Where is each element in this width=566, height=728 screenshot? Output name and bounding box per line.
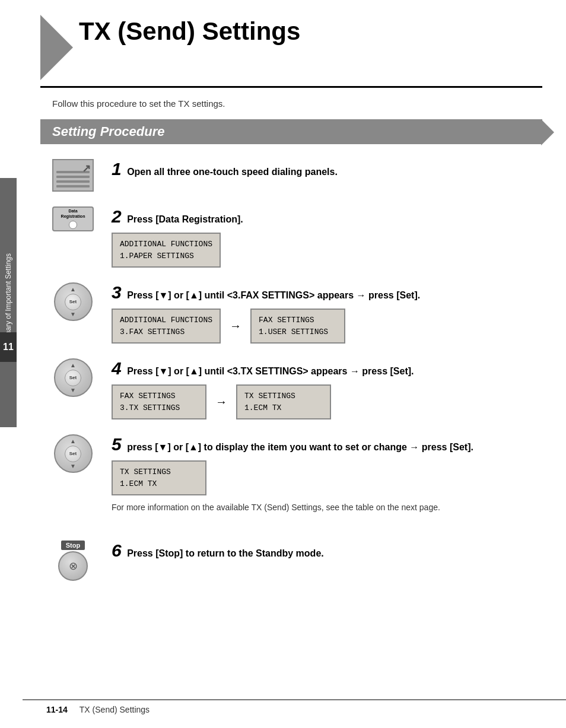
step-4: Set 4 Press [▼] or [▲] until <3.TX SETTI… xyxy=(46,358,542,419)
step-3-instruction: Press [▼] or [▲] until <3.FAX SETTINGS> … xyxy=(127,290,420,300)
step-6-number: 6 xyxy=(112,541,122,560)
step-3-lcd2: FAX SETTINGS 1.USER SETTINGS xyxy=(250,309,345,344)
step-3-icon: Set xyxy=(46,282,100,321)
step-2-icon: DataRegistration xyxy=(46,206,100,231)
step-4-lcd2: TX SETTINGS 1.ECM TX xyxy=(236,384,331,419)
lcd-arrow-4: → xyxy=(215,395,227,409)
step-5-lcd: TX SETTINGS 1.ECM TX xyxy=(112,460,206,495)
step-2-number: 2 xyxy=(112,206,122,226)
step-2: DataRegistration 2 Press [Data Registrat… xyxy=(46,206,542,268)
step-2-lcd-line2: 1.PAPER SETTINGS xyxy=(120,252,194,260)
step-2-lcd-row: ADDITIONAL FUNCTIONS 1.PAPER SETTINGS xyxy=(112,233,542,268)
stop-label: Stop xyxy=(61,541,85,550)
data-registration-button-icon: DataRegistration xyxy=(52,206,94,231)
step-3: Set 3 Press [▼] or [▲] until <3.FAX SETT… xyxy=(46,282,542,344)
step-3-content: 3 Press [▼] or [▲] until <3.FAX SETTINGS… xyxy=(112,282,542,344)
step-4-content: 4 Press [▼] or [▲] until <3.TX SETTINGS>… xyxy=(112,358,542,419)
step-1-instruction: Open all three one-touch speed dialing p… xyxy=(127,167,338,177)
step-4-lcd2-line2: 1.ECM TX xyxy=(244,403,281,412)
footer-page-number: 11-14 xyxy=(46,705,68,714)
step-4-number: 4 xyxy=(112,358,122,378)
step-4-lcd1-line1: FAX SETTINGS xyxy=(120,392,176,400)
side-tab: Summary of Important Settings xyxy=(0,178,17,427)
title-divider xyxy=(40,86,542,88)
chapter-tab: 11 xyxy=(0,332,17,362)
step-5-lcd-line1: TX SETTINGS xyxy=(120,468,171,476)
step-4-lcd1-line2: 3.TX SETTINGS xyxy=(120,403,180,412)
nav-button-icon-5: Set xyxy=(54,434,93,473)
step-2-content: 2 Press [Data Registration]. ADDITIONAL … xyxy=(112,206,542,268)
step-6: Stop ⊗ 6 Press [Stop] to return to the S… xyxy=(46,541,542,582)
main-content: TX (Send) Settings Follow this procedure… xyxy=(23,0,566,615)
step-1-content: 1 Open all three one-touch speed dialing… xyxy=(112,159,542,179)
step-1-icon: ↗ xyxy=(46,159,100,192)
chapter-number: 11 xyxy=(3,342,14,352)
step-4-icon: Set xyxy=(46,358,100,397)
footer-page-title: TX (Send) Settings xyxy=(80,705,150,714)
keyboard-panels-icon: ↗ xyxy=(52,159,94,192)
stop-x-icon: ⊗ xyxy=(69,559,78,573)
page-title: TX (Send) Settings xyxy=(79,12,300,45)
step-1: ↗ 1 Open all three one-touch speed diali… xyxy=(46,159,542,192)
step-6-content: 6 Press [Stop] to return to the Standby … xyxy=(112,541,542,561)
step-6-icon: Stop ⊗ xyxy=(46,541,100,582)
step-2-lcd: ADDITIONAL FUNCTIONS 1.PAPER SETTINGS xyxy=(112,233,221,268)
step-3-lcd-row: ADDITIONAL FUNCTIONS 3.FAX SETTINGS → FA… xyxy=(112,309,542,344)
stop-button-icon: Stop ⊗ xyxy=(52,541,94,582)
step-2-lcd-line1: ADDITIONAL FUNCTIONS xyxy=(120,240,212,249)
step-5-lcd-line2: 1.ECM TX xyxy=(120,479,157,488)
section-banner: Setting Procedure xyxy=(40,119,542,144)
step-3-number: 3 xyxy=(112,282,122,302)
page-header: TX (Send) Settings xyxy=(40,12,542,80)
step-5-number: 5 xyxy=(112,434,122,454)
step-2-instruction: Press [Data Registration]. xyxy=(127,214,243,224)
steps-container: ↗ 1 Open all three one-touch speed diali… xyxy=(46,159,542,582)
step-4-instruction: Press [▼] or [▲] until <3.TX SETTINGS> a… xyxy=(127,366,414,376)
section-header-text: Setting Procedure xyxy=(52,124,164,139)
header-triangle-icon xyxy=(40,15,73,80)
step-5-content: 5 press [▼] or [▲] to display the item y… xyxy=(112,434,542,526)
step-5-instruction: press [▼] or [▲] to display the item you… xyxy=(127,442,473,452)
nav-button-icon-4: Set xyxy=(54,358,93,397)
step-4-lcd2-line1: TX SETTINGS xyxy=(244,392,295,400)
nav-button-icon-3: Set xyxy=(54,282,93,321)
step-5-lcd-row: TX SETTINGS 1.ECM TX xyxy=(112,460,542,495)
step-4-lcd1: FAX SETTINGS 3.TX SETTINGS xyxy=(112,384,206,419)
step-5: Set 5 press [▼] or [▲] to display the it… xyxy=(46,434,542,526)
step-3-lcd2-line2: 1.USER SETTINGS xyxy=(259,328,328,336)
step-5-info-text: For more information on the available TX… xyxy=(112,501,542,514)
step-3-lcd1: ADDITIONAL FUNCTIONS 3.FAX SETTINGS xyxy=(112,309,221,344)
step-3-lcd1-line2: 3.FAX SETTINGS xyxy=(120,328,185,336)
stop-circle: ⊗ xyxy=(58,551,88,581)
step-1-number: 1 xyxy=(112,159,122,179)
step-3-lcd1-line1: ADDITIONAL FUNCTIONS xyxy=(120,316,212,325)
page-footer: 11-14 TX (Send) Settings xyxy=(23,700,566,719)
step-5-icon: Set xyxy=(46,434,100,473)
step-6-instruction: Press [Stop] to return to the Standby mo… xyxy=(127,548,324,558)
step-3-lcd2-line1: FAX SETTINGS xyxy=(259,316,314,325)
lcd-arrow-3: → xyxy=(230,319,241,333)
step-4-lcd-row: FAX SETTINGS 3.TX SETTINGS → TX SETTINGS… xyxy=(112,384,542,419)
intro-text: Follow this procedure to set the TX sett… xyxy=(52,98,542,109)
